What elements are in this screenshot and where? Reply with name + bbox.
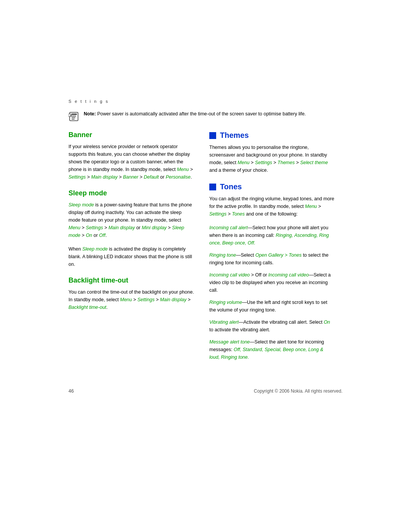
tones-entry-message-alert-tone: Message alert tone—Select the alert tone… <box>209 338 335 361</box>
banner-section: Banner If your wireless service provider… <box>68 131 194 181</box>
banner-body: If your wireless service provider or net… <box>68 143 194 181</box>
backlight-heading: Backlight time-out <box>68 276 194 284</box>
note-text: Note: Power saver is automatically activ… <box>84 110 306 118</box>
two-column-layout: Banner If your wireless service provider… <box>68 131 342 369</box>
tones-entry-incoming-call-video: Incoming call video > Off or Incoming ca… <box>209 271 335 294</box>
svg-rect-3 <box>72 117 75 118</box>
sleep-mode-heading: Sleep mode <box>68 189 194 197</box>
svg-rect-4 <box>72 119 75 120</box>
tones-heading: Tones <box>209 182 335 191</box>
sleep-mode-body1: Sleep mode is a power-saving feature tha… <box>68 201 194 239</box>
sleep-mode-section: Sleep mode Sleep mode is a power-saving … <box>68 189 194 268</box>
backlight-section: Backlight time-out You can control the t… <box>68 276 194 311</box>
note-box: N Note: Power saver is automatically act… <box>68 110 342 122</box>
tones-blue-square <box>209 184 216 190</box>
themes-heading: Themes <box>209 131 335 140</box>
column-right: Themes Themes allows you to personalise … <box>209 131 335 369</box>
banner-heading: Banner <box>68 131 194 139</box>
copyright-text: Copyright © 2006 Nokia. All rights reser… <box>254 388 342 394</box>
themes-body: Themes allows you to personalise the rin… <box>209 144 335 174</box>
svg-rect-2 <box>72 116 76 117</box>
page-number: 46 <box>68 388 74 394</box>
tones-entry-ringing-volume: Ringing volume—Use the left and right sc… <box>209 299 335 314</box>
note-bold: Note: <box>84 111 96 117</box>
tones-entry-ringing-tone: Ringing tone—Select Open Gallery > Tones… <box>209 251 335 267</box>
tones-intro: You can adjust the ringing volume, keypa… <box>209 195 335 218</box>
note-body: Power saver is automatically activated a… <box>96 111 306 117</box>
tones-entry-vibrating-alert: Vibrating alert—Activate the vibrating c… <box>209 318 335 334</box>
tones-section: Tones You can adjust the ringing volume,… <box>209 182 335 361</box>
note-icon: N <box>68 111 79 122</box>
svg-rect-1 <box>72 113 77 115</box>
themes-blue-square <box>209 132 216 139</box>
page-content: S e t t i n g s N Note: Power saver is a… <box>68 0 342 417</box>
tones-entry-incoming-call-alert: Incoming call alert—Select how your phon… <box>209 224 335 247</box>
svg-text:N: N <box>70 114 72 117</box>
page-footer: 46 Copyright © 2006 Nokia. All rights re… <box>68 385 342 394</box>
page: S e t t i n g s N Note: Power saver is a… <box>0 0 411 532</box>
column-left: Banner If your wireless service provider… <box>68 131 194 369</box>
settings-label: S e t t i n g s <box>68 99 342 104</box>
sleep-mode-body2: When Sleep mode is activated the display… <box>68 245 194 268</box>
themes-section: Themes Themes allows you to personalise … <box>209 131 335 174</box>
backlight-body: You can control the time-out of the back… <box>68 288 194 311</box>
